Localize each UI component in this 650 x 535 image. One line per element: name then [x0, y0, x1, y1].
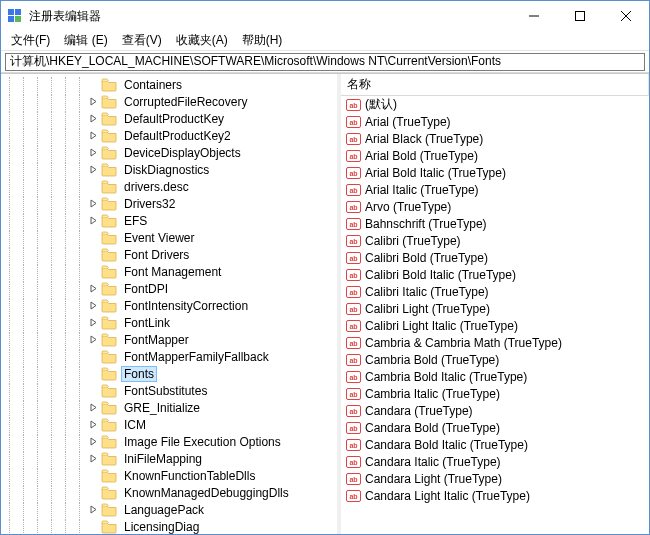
expand-icon[interactable] [87, 113, 99, 125]
tree-item-label: FontSubstitutes [121, 383, 210, 399]
list-item[interactable]: ab Calibri Bold Italic (TrueType) [341, 266, 649, 283]
list-item[interactable]: ab Candara Light (TrueType) [341, 470, 649, 487]
tree-depth-guides [3, 162, 87, 178]
folder-icon [101, 78, 117, 92]
tree-item[interactable]: Containers [3, 76, 337, 93]
tree-item[interactable]: Font Management [3, 263, 337, 280]
expand-icon[interactable] [87, 130, 99, 142]
tree-item-label: FontMapper [121, 332, 192, 348]
list-item[interactable]: ab Arial Bold (TrueType) [341, 147, 649, 164]
tree-depth-guides [3, 519, 87, 535]
tree-item-label: DiskDiagnostics [121, 162, 212, 178]
tree-item[interactable]: FontMapperFamilyFallback [3, 348, 337, 365]
expand-icon[interactable] [87, 453, 99, 465]
list-item[interactable]: ab Cambria Bold (TrueType) [341, 351, 649, 368]
expand-icon[interactable] [87, 96, 99, 108]
list-item[interactable]: ab Arial Bold Italic (TrueType) [341, 164, 649, 181]
svg-text:ab: ab [349, 408, 357, 415]
folder-icon [101, 163, 117, 177]
tree-item[interactable]: Image File Execution Options [3, 433, 337, 450]
tree-item[interactable]: DefaultProductKey [3, 110, 337, 127]
svg-text:ab: ab [349, 153, 357, 160]
close-button[interactable] [603, 1, 649, 31]
tree-depth-guides [3, 485, 87, 501]
tree-item[interactable]: DiskDiagnostics [3, 161, 337, 178]
tree-item[interactable]: GRE_Initialize [3, 399, 337, 416]
list-pane[interactable]: 名称 ab (默认) ab Arial (TrueType) ab Arial … [341, 74, 649, 534]
tree-item[interactable]: EFS [3, 212, 337, 229]
list-item[interactable]: ab Arial Black (TrueType) [341, 130, 649, 147]
expand-icon[interactable] [87, 198, 99, 210]
list-item[interactable]: ab Arvo (TrueType) [341, 198, 649, 215]
menu-favorites[interactable]: 收藏夹(A) [170, 30, 234, 51]
tree-pane[interactable]: Containers CorruptedFileRecovery Default… [1, 74, 337, 534]
tree-item[interactable]: Font Drivers [3, 246, 337, 263]
expand-icon [87, 368, 99, 380]
expand-icon [87, 521, 99, 533]
svg-rect-5 [576, 12, 585, 21]
expand-icon[interactable] [87, 436, 99, 448]
tree-item[interactable]: Drivers32 [3, 195, 337, 212]
tree-item-label: FontDPI [121, 281, 171, 297]
list-item[interactable]: ab Calibri Italic (TrueType) [341, 283, 649, 300]
list-item[interactable]: ab Candara Italic (TrueType) [341, 453, 649, 470]
column-header-name[interactable]: 名称 [341, 74, 649, 96]
menubar: 文件(F) 编辑 (E) 查看(V) 收藏夹(A) 帮助(H) [1, 31, 649, 51]
expand-icon[interactable] [87, 504, 99, 516]
list-item[interactable]: ab Cambria Bold Italic (TrueType) [341, 368, 649, 385]
expand-icon[interactable] [87, 402, 99, 414]
expand-icon[interactable] [87, 300, 99, 312]
tree-item[interactable]: KnownFunctionTableDlls [3, 467, 337, 484]
reg-string-icon: ab [345, 472, 361, 486]
list-item[interactable]: ab Candara Bold Italic (TrueType) [341, 436, 649, 453]
list-item[interactable]: ab Candara (TrueType) [341, 402, 649, 419]
reg-string-icon: ab [345, 234, 361, 248]
list-item[interactable]: ab Cambria Italic (TrueType) [341, 385, 649, 402]
expand-icon[interactable] [87, 147, 99, 159]
tree-item[interactable]: CorruptedFileRecovery [3, 93, 337, 110]
tree-item[interactable]: IniFileMapping [3, 450, 337, 467]
minimize-button[interactable] [511, 1, 557, 31]
expand-icon[interactable] [87, 215, 99, 227]
list-item[interactable]: ab Candara Light Italic (TrueType) [341, 487, 649, 504]
tree-item[interactable]: ICM [3, 416, 337, 433]
tree-item[interactable]: DeviceDisplayObjects [3, 144, 337, 161]
list-item[interactable]: ab Cambria & Cambria Math (TrueType) [341, 334, 649, 351]
tree-item[interactable]: FontSubstitutes [3, 382, 337, 399]
tree-item[interactable]: FontIntensityCorrection [3, 297, 337, 314]
tree-item[interactable]: drivers.desc [3, 178, 337, 195]
tree-item[interactable]: Fonts [3, 365, 337, 382]
menu-help[interactable]: 帮助(H) [236, 30, 289, 51]
expand-icon[interactable] [87, 283, 99, 295]
menu-edit[interactable]: 编辑 (E) [58, 30, 113, 51]
tree-item[interactable]: FontMapper [3, 331, 337, 348]
list-item[interactable]: ab Arial (TrueType) [341, 113, 649, 130]
list-item[interactable]: ab (默认) [341, 96, 649, 113]
list-item[interactable]: ab Calibri Bold (TrueType) [341, 249, 649, 266]
menu-view[interactable]: 查看(V) [116, 30, 168, 51]
expand-icon[interactable] [87, 334, 99, 346]
tree-item[interactable]: FontDPI [3, 280, 337, 297]
tree-item[interactable]: KnownManagedDebuggingDlls [3, 484, 337, 501]
tree-item[interactable]: DefaultProductKey2 [3, 127, 337, 144]
list-item[interactable]: ab Calibri (TrueType) [341, 232, 649, 249]
tree-depth-guides [3, 400, 87, 416]
menu-file[interactable]: 文件(F) [5, 30, 56, 51]
tree-item-label: CorruptedFileRecovery [121, 94, 250, 110]
expand-icon[interactable] [87, 419, 99, 431]
address-input[interactable] [5, 53, 645, 71]
list-item[interactable]: ab Arial Italic (TrueType) [341, 181, 649, 198]
tree-item[interactable]: LicensingDiag [3, 518, 337, 534]
tree-item[interactable]: Event Viewer [3, 229, 337, 246]
list-item[interactable]: ab Calibri Light (TrueType) [341, 300, 649, 317]
tree-item[interactable]: LanguagePack [3, 501, 337, 518]
expand-icon[interactable] [87, 164, 99, 176]
list-item[interactable]: ab Bahnschrift (TrueType) [341, 215, 649, 232]
list-item[interactable]: ab Candara Bold (TrueType) [341, 419, 649, 436]
expand-icon[interactable] [87, 317, 99, 329]
list-item[interactable]: ab Calibri Light Italic (TrueType) [341, 317, 649, 334]
svg-text:ab: ab [349, 357, 357, 364]
tree-item[interactable]: FontLink [3, 314, 337, 331]
maximize-button[interactable] [557, 1, 603, 31]
tree-item-label: Font Management [121, 264, 224, 280]
